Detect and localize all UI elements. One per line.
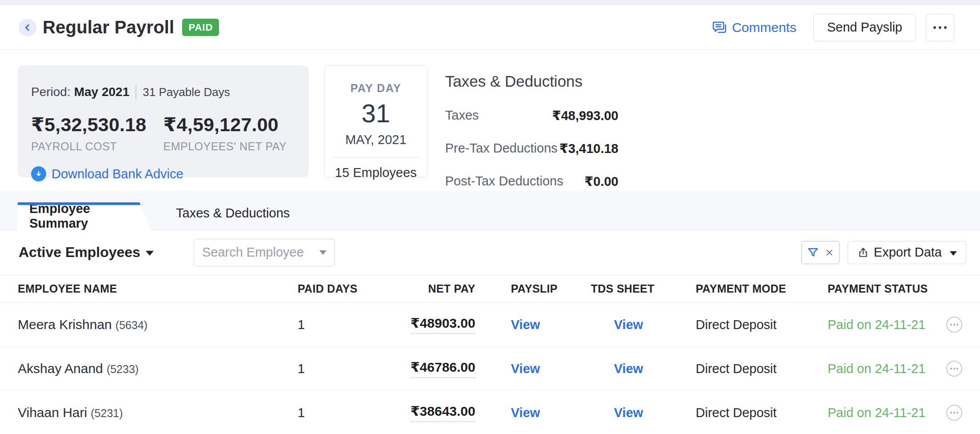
back-button[interactable] [19, 19, 36, 36]
search-employee-input[interactable]: Search Employee [194, 239, 335, 266]
send-payslip-button[interactable]: Send Payslip [813, 14, 916, 41]
view-payslip-link[interactable]: View [511, 317, 540, 332]
table-row: Vihaan Hari (5231) 1 ₹38643.00 View View… [0, 391, 980, 434]
view-tds-link[interactable]: View [614, 362, 643, 376]
payroll-cost-value: ₹5,32,530.18 [31, 113, 163, 136]
employee-id: (5233) [107, 363, 139, 375]
period-label: Period: [31, 85, 71, 99]
row-more-button[interactable] [946, 361, 962, 377]
dot-icon [953, 368, 955, 370]
status-badge: PAID [182, 19, 219, 36]
payment-status-cell: Paid on 24-11-21 [828, 406, 928, 420]
dot-icon [950, 368, 952, 370]
chevron-left-icon [23, 23, 32, 32]
paid-days-cell: 1 [298, 317, 378, 332]
employee-filter-label: Active Employees [19, 244, 140, 261]
payment-mode-cell: Direct Deposit [696, 406, 828, 420]
employee-id: (5231) [91, 407, 123, 419]
net-pay-cell: ₹38643.00 [378, 403, 475, 422]
export-data-button[interactable]: Export Data [848, 241, 966, 264]
export-icon [857, 246, 869, 259]
filter-row: Active Employees Search Employee Export … [0, 230, 980, 275]
employee-id: (5634) [116, 319, 147, 331]
chevron-down-icon [950, 251, 957, 256]
table-row: Meera Krishnan (5634) 1 ₹48903.00 View V… [0, 303, 980, 347]
row-actions-cell [928, 405, 980, 421]
tds-sheet-cell: View [591, 362, 696, 376]
comments-icon [712, 20, 728, 36]
period-value: May 2021 [74, 85, 130, 99]
row-more-button[interactable] [946, 405, 962, 421]
net-pay-value: ₹4,59,127.00 [163, 113, 296, 136]
tax-row-taxes: Taxes ₹48,993.00 [445, 108, 618, 123]
row-actions-cell [928, 361, 980, 377]
payment-mode-cell: Direct Deposit [696, 317, 828, 332]
row-actions-cell [928, 317, 980, 333]
tab-employee-summary[interactable]: Employee Summary [18, 202, 151, 230]
net-pay-value[interactable]: ₹46786.00 [410, 359, 475, 378]
row-more-button[interactable] [946, 317, 962, 333]
col-employee-name: EMPLOYEE NAME [18, 282, 298, 295]
view-tds-link[interactable]: View [614, 317, 643, 332]
col-paid-days: PAID DAYS [298, 282, 378, 295]
tax-label: Taxes [445, 108, 479, 123]
col-tds-sheet: TDS SHEET [591, 282, 696, 295]
payday-month-year: MAY, 2021 [325, 133, 427, 147]
employee-name: Akshay Anand [18, 361, 103, 376]
dot-icon [953, 324, 955, 326]
tax-label: Post-Tax Deductions [445, 174, 563, 189]
paid-days-cell: 1 [298, 362, 378, 376]
comments-label: Comments [732, 20, 797, 35]
period-line: Period: May 2021 31 Payable Days [31, 85, 295, 99]
paid-days-cell: 1 [298, 406, 378, 420]
employee-name-cell: Akshay Anand (5233) [18, 361, 298, 376]
payment-mode-cell: Direct Deposit [696, 362, 828, 376]
tax-row-posttax: Post-Tax Deductions ₹0.00 [445, 174, 618, 189]
net-pay-value[interactable]: ₹48903.00 [410, 315, 475, 334]
filter-button[interactable] [801, 241, 840, 264]
period-card: Period: May 2021 31 Payable Days ₹5,32,5… [18, 65, 309, 177]
more-actions-button[interactable] [926, 14, 954, 41]
view-payslip-link[interactable]: View [511, 406, 540, 420]
employee-filter-dropdown[interactable]: Active Employees [19, 244, 154, 261]
payday-day: 31 [325, 98, 427, 128]
chevron-down-icon [146, 251, 154, 256]
search-placeholder: Search Employee [202, 245, 319, 260]
net-pay-value[interactable]: ₹38643.00 [410, 403, 475, 422]
clear-filter-icon[interactable] [825, 248, 834, 257]
tax-value: ₹3,410.18 [559, 141, 618, 156]
payroll-cost-block: ₹5,32,530.18 PAYROLL COST [31, 113, 163, 153]
export-label: Export Data [874, 245, 942, 260]
tax-value: ₹48,993.00 [552, 108, 618, 123]
col-payment-status: PAYMENT STATUS [828, 282, 928, 295]
download-bank-advice-link[interactable]: Download Bank Advice [31, 166, 295, 181]
dot-icon [933, 26, 936, 29]
tds-sheet-cell: View [591, 317, 696, 332]
employee-name: Meera Krishnan [18, 317, 112, 332]
table-row: Akshay Anand (5233) 1 ₹46786.00 View Vie… [0, 347, 980, 391]
dot-icon [944, 26, 947, 29]
dot-icon [956, 324, 958, 326]
net-pay-cell: ₹46786.00 [378, 359, 475, 378]
page-title: Regular Payroll [43, 17, 174, 37]
dot-icon [939, 26, 941, 29]
payment-status-cell: Paid on 24-11-21 [828, 317, 928, 332]
net-pay-label: EMPLOYEES' NET PAY [163, 140, 296, 153]
payslip-cell: View [475, 362, 591, 376]
employee-name-cell: Meera Krishnan (5634) [18, 317, 298, 332]
comments-link[interactable]: Comments [712, 20, 797, 36]
payday-divider [332, 157, 420, 157]
col-payslip: PAYSLIP [475, 282, 591, 295]
employee-name: Vihaan Hari [18, 405, 87, 420]
payment-status-cell: Paid on 24-11-21 [828, 362, 928, 376]
view-tds-link[interactable]: View [614, 406, 643, 420]
taxes-deductions-summary: Taxes & Deductions Taxes ₹48,993.00 Pre-… [445, 65, 618, 191]
employee-name-cell: Vihaan Hari (5231) [18, 405, 298, 420]
vertical-divider [135, 85, 136, 99]
payroll-cost-label: PAYROLL COST [31, 140, 163, 153]
tab-strip: Employee Summary Taxes & Deductions [0, 191, 980, 230]
download-bank-advice-label: Download Bank Advice [52, 167, 183, 181]
tab-taxes-deductions[interactable]: Taxes & Deductions [176, 206, 290, 229]
view-payslip-link[interactable]: View [511, 362, 540, 376]
col-net-pay: NET PAY [378, 282, 475, 295]
